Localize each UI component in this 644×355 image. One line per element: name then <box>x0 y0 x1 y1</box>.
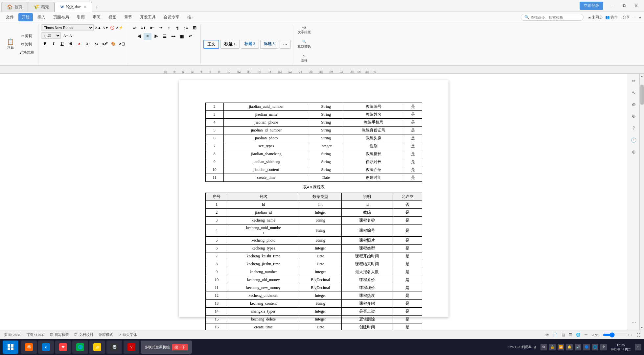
taskbar-item-browser[interactable]: e <box>38 341 54 354</box>
italic-button[interactable]: I <box>50 40 58 47</box>
tab-doc[interactable]: W 论文.doc ✕ <box>55 2 92 12</box>
font-color-button[interactable]: A <box>75 40 83 47</box>
highlight-button[interactable]: A🖊 <box>101 40 109 47</box>
menu-review[interactable]: 审阅 <box>89 13 104 21</box>
shrink-font-button[interactable]: A▼ <box>103 26 109 30</box>
outline-icon[interactable]: ☰ <box>569 333 572 337</box>
zoom-slider[interactable] <box>603 332 629 338</box>
tab-add-button[interactable]: + <box>92 3 101 12</box>
taskbar-item-app1[interactable]: 稻 <box>21 341 37 354</box>
menu-insert[interactable]: 插入 <box>34 13 49 21</box>
share-button[interactable]: ↑ 分享 <box>620 15 630 20</box>
taskbar-item-app4[interactable]: 💀 <box>106 341 122 354</box>
copy-button[interactable]: ⧉复制 <box>17 40 36 48</box>
align-right-button[interactable]: ⫸ <box>152 33 160 40</box>
bold-button[interactable]: B <box>41 40 49 47</box>
search-input[interactable] <box>531 15 580 19</box>
vertical-scrollbar[interactable]: ▲ ▼ <box>639 74 644 330</box>
text-border-button[interactable]: A▢ <box>118 40 126 47</box>
grow-font-button[interactable]: A▲ <box>95 26 101 30</box>
style-more[interactable]: … <box>280 40 291 49</box>
tab-home[interactable]: 🏠 首页 <box>1 2 28 12</box>
start-button[interactable] <box>3 341 18 354</box>
font-size-select[interactable]: 小四 <box>41 32 61 39</box>
doc-compare-item[interactable]: ☑ 文档校对 <box>74 332 93 337</box>
tray-icon-lang[interactable]: 中 <box>600 344 607 350</box>
menu-dev[interactable]: 开发工具 <box>137 13 159 21</box>
tray-icon-5[interactable]: 🔊 <box>575 344 581 350</box>
underline-button[interactable]: U <box>58 40 66 47</box>
taskbar-item-app5[interactable]: V <box>124 341 139 354</box>
zoom-in-button[interactable]: + <box>631 333 632 337</box>
more-tools-button[interactable]: ⋯ <box>632 15 636 19</box>
increase-indent-button[interactable]: ⇥ <box>156 24 164 32</box>
menu-section[interactable]: 章节 <box>121 13 135 21</box>
line-spacing-button[interactable]: ↕≡ <box>182 24 190 32</box>
superscript-button[interactable]: X² <box>84 40 92 47</box>
scroll-down-arrow[interactable]: ▼ <box>640 325 644 330</box>
spell-check-item[interactable]: ☑ 拼写检查 <box>50 332 69 337</box>
strikethrough-button[interactable]: S̶ <box>67 40 75 47</box>
document-scroll-area[interactable]: 2jiaolian_uuid_numberString教练编号是 3jiaoli… <box>0 74 628 330</box>
tray-icon-network[interactable]: 🌐 <box>592 344 598 350</box>
menu-layout[interactable]: 页面布局 <box>50 13 72 21</box>
tray-icon-3[interactable]: 📶 <box>558 344 564 350</box>
menu-file[interactable]: 文件 <box>3 13 17 21</box>
style-normal[interactable]: 正文 <box>203 40 219 49</box>
taskbar-item-search[interactable]: 多联式空调机组 搜一下 <box>141 341 192 354</box>
paragraph-mark-button[interactable]: ¶ <box>173 24 181 32</box>
font-size-up-button[interactable]: A+ <box>63 34 68 37</box>
decrease-indent-button[interactable]: ⇤ <box>148 24 156 32</box>
clear-format-button[interactable]: 🚫 <box>110 26 115 30</box>
missing-font-item[interactable]: ↗ 缺失字体 <box>118 332 137 337</box>
sidebar-cursor-button[interactable]: ↖ <box>629 88 638 97</box>
web-layout-icon[interactable]: 🌐 <box>576 333 581 337</box>
cut-button[interactable]: ✂剪切 <box>17 32 36 40</box>
collab-button[interactable]: 👥 协作 <box>605 15 618 20</box>
text-bg-color-button[interactable]: 🎨 <box>109 40 117 47</box>
sidebar-help-button[interactable]: ? <box>629 124 638 133</box>
taskbar-item-explorer[interactable]: 📁 <box>89 341 105 354</box>
taskbar-item-app3[interactable]: 🌐 <box>72 341 88 354</box>
paste-button[interactable]: 📋 粘贴 <box>5 37 16 51</box>
taskbar-item-app2[interactable]: ❤ <box>55 341 71 354</box>
sidebar-scroll-up-button[interactable]: ⟰ <box>629 100 638 109</box>
close-button[interactable]: ✕ <box>631 1 641 11</box>
menu-vip[interactable]: 会员专享 <box>160 13 183 21</box>
maximize-button[interactable]: ⧉ <box>619 1 630 11</box>
scroll-track[interactable] <box>640 78 644 325</box>
notification-button[interactable]: □ <box>635 344 641 350</box>
collapse-ribbon-button[interactable]: ∧ <box>639 15 641 19</box>
text-direction-button[interactable]: ↶ <box>186 33 194 40</box>
text-effect-button[interactable]: A⚡ <box>116 26 123 30</box>
scroll-thumb[interactable] <box>640 85 644 105</box>
fullscreen-button[interactable]: ⛶ <box>636 333 640 337</box>
font-size-down-button[interactable]: A- <box>69 34 73 37</box>
find-replace-button[interactable]: 🔍 查找替换 <box>296 38 313 50</box>
login-button[interactable]: 立即登录 <box>580 2 603 10</box>
sidebar-scroll-down-button[interactable]: ⟱ <box>629 112 638 121</box>
format-painter-button[interactable]: 🖌格式刷 <box>17 49 36 56</box>
tray-icon-6[interactable]: 🔵 <box>583 344 590 350</box>
system-clock[interactable]: 16:35 2022/09/13 周二 <box>611 343 631 352</box>
sidebar-ai-button[interactable]: ⊕ <box>629 147 638 156</box>
align-left-button[interactable]: ⫷ <box>135 33 143 40</box>
sidebar-history-button[interactable]: 🕐 <box>629 135 638 145</box>
print-layout-icon[interactable]: ▤ <box>562 333 565 337</box>
column-button[interactable]: ▦ <box>178 33 186 40</box>
style-h3[interactable]: 标题 3 <box>260 40 278 49</box>
scroll-up-arrow[interactable]: ▲ <box>640 74 644 78</box>
compat-mode[interactable]: 兼容模式 <box>99 332 113 337</box>
sidebar-pen-button[interactable]: ✏ <box>629 76 638 85</box>
subscript-button[interactable]: X₂ <box>92 40 100 47</box>
edit-icon[interactable]: ✏ <box>585 333 587 337</box>
menu-reference[interactable]: 引用 <box>74 13 88 21</box>
zoom-out-button[interactable]: − <box>600 333 602 337</box>
style-h1[interactable]: 标题 1 <box>220 40 240 49</box>
taskbar-search-button[interactable]: 搜一下 <box>172 344 188 350</box>
text-layout-button[interactable]: ≡A 文字排版 <box>296 24 313 36</box>
tray-icon-4[interactable]: 🔔 <box>566 344 573 350</box>
minimize-button[interactable]: — <box>607 1 618 11</box>
font-name-select[interactable]: Times New Roma <box>41 24 94 31</box>
select-button[interactable]: ↖ 选择 <box>298 53 310 64</box>
